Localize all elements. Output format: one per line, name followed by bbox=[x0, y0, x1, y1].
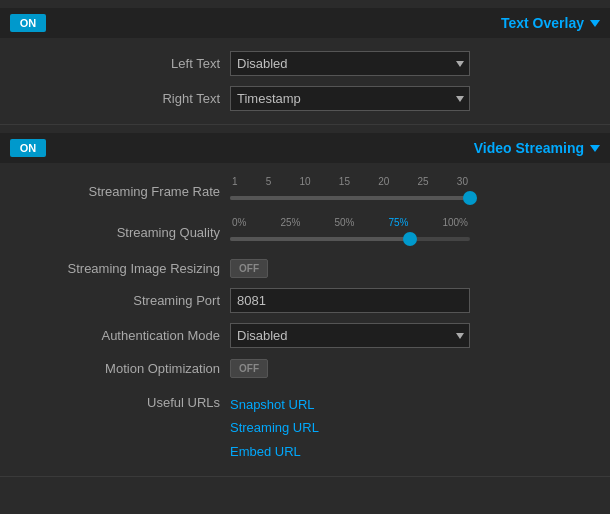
quality-track bbox=[230, 237, 470, 241]
frame-rate-row: Streaming Frame Rate 1 5 10 15 20 25 30 bbox=[0, 171, 610, 212]
text-overlay-title-label: Text Overlay bbox=[501, 15, 584, 31]
frame-rate-slider-container: 1 5 10 15 20 25 30 bbox=[230, 176, 470, 207]
text-overlay-toggle[interactable]: ON bbox=[10, 14, 46, 32]
right-text-select-wrapper: Disabled Timestamp Custom bbox=[230, 86, 470, 111]
text-overlay-chevron-icon[interactable] bbox=[590, 20, 600, 27]
quality-label: Streaming Quality bbox=[10, 225, 230, 240]
left-text-select[interactable]: Disabled Timestamp Custom bbox=[230, 51, 470, 76]
frame-rate-control: 1 5 10 15 20 25 30 bbox=[230, 176, 600, 207]
motion-opt-label: Motion Optimization bbox=[10, 361, 230, 376]
motion-opt-row: Motion Optimization OFF bbox=[0, 353, 610, 383]
port-label: Streaming Port bbox=[10, 293, 230, 308]
auth-mode-control: Disabled Basic Digest bbox=[230, 323, 600, 348]
motion-opt-toggle[interactable]: OFF bbox=[230, 359, 268, 378]
right-text-select[interactable]: Disabled Timestamp Custom bbox=[230, 86, 470, 111]
port-input[interactable] bbox=[230, 288, 470, 313]
frame-rate-thumb[interactable] bbox=[463, 191, 477, 205]
streaming-url-link[interactable]: Streaming URL bbox=[230, 416, 600, 439]
video-streaming-title: Video Streaming bbox=[474, 140, 600, 156]
image-resizing-control: OFF bbox=[230, 259, 600, 278]
frame-rate-ticks: 1 5 10 15 20 25 30 bbox=[230, 176, 470, 187]
frame-rate-fill bbox=[230, 196, 470, 200]
quality-row: Streaming Quality 0% 25% 50% 75% 100% bbox=[0, 212, 610, 253]
snapshot-url-link[interactable]: Snapshot URL bbox=[230, 393, 600, 416]
video-streaming-header: ON Video Streaming bbox=[0, 133, 610, 163]
frame-rate-track bbox=[230, 196, 470, 200]
quality-ticks: 0% 25% 50% 75% 100% bbox=[230, 217, 470, 228]
text-overlay-header: ON Text Overlay bbox=[0, 8, 610, 38]
frame-rate-label: Streaming Frame Rate bbox=[10, 184, 230, 199]
left-text-label: Left Text bbox=[10, 56, 230, 71]
auth-mode-row: Authentication Mode Disabled Basic Diges… bbox=[0, 318, 610, 353]
video-streaming-toggle[interactable]: ON bbox=[10, 139, 46, 157]
image-resizing-row: Streaming Image Resizing OFF bbox=[0, 253, 610, 283]
port-row: Streaming Port bbox=[0, 283, 610, 318]
frame-rate-slider-wrapper[interactable] bbox=[230, 189, 470, 207]
text-overlay-section: ON Text Overlay Left Text Disabled Times… bbox=[0, 0, 610, 125]
quality-control: 0% 25% 50% 75% 100% bbox=[230, 217, 600, 248]
quality-fill bbox=[230, 237, 410, 241]
right-text-row: Right Text Disabled Timestamp Custom bbox=[0, 81, 610, 116]
useful-urls-label: Useful URLs bbox=[10, 393, 230, 410]
useful-urls-row: Useful URLs Snapshot URL Streaming URL E… bbox=[0, 383, 610, 468]
useful-urls-links: Snapshot URL Streaming URL Embed URL bbox=[230, 393, 600, 463]
image-resizing-label: Streaming Image Resizing bbox=[10, 261, 230, 276]
quality-slider-container: 0% 25% 50% 75% 100% bbox=[230, 217, 470, 248]
quality-thumb[interactable] bbox=[403, 232, 417, 246]
port-control bbox=[230, 288, 600, 313]
auth-mode-select[interactable]: Disabled Basic Digest bbox=[230, 323, 470, 348]
text-overlay-title: Text Overlay bbox=[501, 15, 600, 31]
video-streaming-title-label: Video Streaming bbox=[474, 140, 584, 156]
image-resizing-toggle[interactable]: OFF bbox=[230, 259, 268, 278]
motion-opt-control: OFF bbox=[230, 359, 600, 378]
left-text-control: Disabled Timestamp Custom bbox=[230, 51, 600, 76]
right-text-control: Disabled Timestamp Custom bbox=[230, 86, 600, 111]
video-streaming-section: ON Video Streaming Streaming Frame Rate … bbox=[0, 125, 610, 477]
quality-slider-wrapper[interactable] bbox=[230, 230, 470, 248]
embed-url-link[interactable]: Embed URL bbox=[230, 440, 600, 463]
left-text-select-wrapper: Disabled Timestamp Custom bbox=[230, 51, 470, 76]
auth-mode-select-wrapper: Disabled Basic Digest bbox=[230, 323, 470, 348]
page-wrapper: ON Text Overlay Left Text Disabled Times… bbox=[0, 0, 610, 477]
right-text-label: Right Text bbox=[10, 91, 230, 106]
left-text-row: Left Text Disabled Timestamp Custom bbox=[0, 46, 610, 81]
video-streaming-chevron-icon[interactable] bbox=[590, 145, 600, 152]
auth-mode-label: Authentication Mode bbox=[10, 328, 230, 343]
